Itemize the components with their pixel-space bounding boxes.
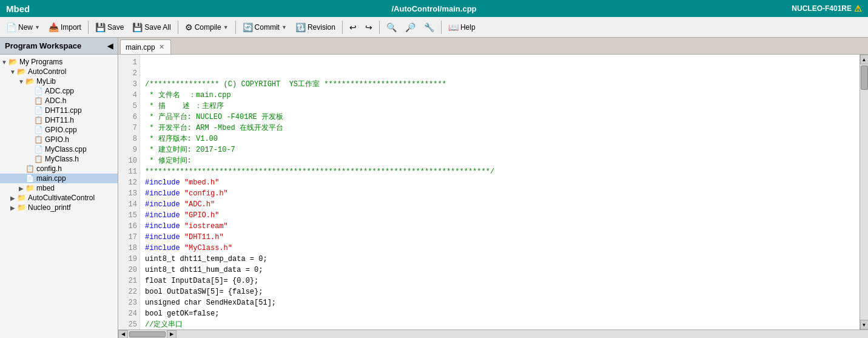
tree-toggle[interactable]: ▶ bbox=[8, 195, 17, 201]
find-button[interactable]: 🔎 bbox=[402, 19, 419, 35]
new-button[interactable]: 📄 New ▼ bbox=[2, 19, 44, 35]
line-numbers: 1234567891011121314151617181920212223242… bbox=[118, 55, 140, 330]
sidebar-collapse-icon[interactable]: ◀ bbox=[107, 42, 113, 50]
tree-label: DHT11.cpp bbox=[45, 106, 82, 115]
tree-item-dht11-h[interactable]: 📋 DHT11.h bbox=[0, 115, 118, 125]
scroll-left-button[interactable]: ◀ bbox=[118, 330, 128, 339]
undo-button[interactable]: ↩ bbox=[346, 19, 360, 35]
scroll-up-button[interactable]: ▲ bbox=[860, 55, 869, 64]
tree-label: ADC.h bbox=[45, 96, 66, 105]
tree-file-icon: 📋 bbox=[34, 96, 43, 105]
tree-item-nucleo-printf[interactable]: ▶ 📁 Nucleo_printf bbox=[0, 203, 118, 212]
tree-item-adc-cpp[interactable]: 📄 ADC.cpp bbox=[0, 86, 118, 96]
commit-button[interactable]: 🔄 Commit ▼ bbox=[239, 19, 291, 35]
tree-file-icon: 📁 bbox=[17, 194, 26, 202]
tree-item-adc-h[interactable]: 📋 ADC.h bbox=[0, 96, 118, 106]
tree-file-icon: 📂 bbox=[17, 67, 26, 76]
tree-item-config-h[interactable]: 📋 config.h bbox=[0, 164, 118, 174]
file-path: /AutoControl/main.cpp bbox=[391, 4, 476, 13]
tree-label: main.cpp bbox=[36, 174, 66, 183]
scroll-thumb-horizontal[interactable] bbox=[129, 331, 166, 337]
horizontal-scrollbar[interactable]: ◀ ▶ bbox=[118, 330, 868, 338]
tree-item-myclass-h[interactable]: 📋 MyClass.h bbox=[0, 154, 118, 164]
line-number: 2 bbox=[118, 68, 137, 79]
vertical-scrollbar[interactable]: ▲ ▼ bbox=[860, 55, 868, 330]
tree-toggle[interactable]: ▼ bbox=[0, 59, 8, 66]
line-number: 4 bbox=[118, 90, 137, 101]
scroll-down-button[interactable]: ▼ bbox=[860, 320, 869, 330]
tree-label: GPIO.cpp bbox=[45, 126, 77, 134]
tabs-bar: main.cpp ✕ bbox=[118, 38, 868, 55]
sep-2 bbox=[178, 21, 178, 34]
save-button[interactable]: 💾 Save bbox=[92, 19, 127, 35]
line-number: 18 bbox=[118, 243, 137, 254]
line-number: 20 bbox=[118, 265, 137, 275]
tree-toggle[interactable]: ▼ bbox=[17, 78, 25, 85]
tree-file-icon: 📄 bbox=[34, 106, 43, 115]
line-number: 22 bbox=[118, 286, 137, 297]
toolbar: 📄 New ▼ 📥 Import 💾 Save 💾 Save All ⚙ Com… bbox=[0, 17, 868, 38]
tree-label: mbed bbox=[36, 184, 55, 192]
sidebar-header: Program Workspace ◀ bbox=[0, 38, 118, 55]
line-number: 10 bbox=[118, 155, 137, 166]
tree-item-myclass-cpp[interactable]: 📄 MyClass.cpp bbox=[0, 144, 118, 154]
sidebar: Program Workspace ◀ ▼ 📂 My Programs ▼ 📂 … bbox=[0, 38, 118, 338]
compile-button[interactable]: ⚙ Compile ▼ bbox=[181, 19, 232, 35]
scroll-right-button[interactable]: ▶ bbox=[167, 330, 177, 339]
tree-file-icon: 📋 bbox=[34, 155, 43, 163]
tab-main-cpp[interactable]: main.cpp ✕ bbox=[120, 39, 171, 54]
tree-item-main-cpp[interactable]: 📄 main.cpp bbox=[0, 174, 118, 183]
line-number: 8 bbox=[118, 134, 137, 144]
line-number: 24 bbox=[118, 308, 137, 319]
tree-label: AutoCultivateControl bbox=[28, 194, 95, 202]
line-number: 7 bbox=[118, 123, 137, 134]
code-line: //定义串口 bbox=[145, 319, 855, 330]
tree-item-autocontrol[interactable]: ▼ 📂 AutoControl bbox=[0, 67, 118, 76]
redo-button[interactable]: ↪ bbox=[362, 19, 376, 35]
tab-close-icon[interactable]: ✕ bbox=[158, 43, 166, 51]
help-button[interactable]: 📖 Help bbox=[445, 19, 479, 35]
save-label: Save bbox=[107, 23, 124, 32]
commit-label: Commit bbox=[255, 23, 280, 32]
tree-label: DHT11.h bbox=[45, 116, 74, 124]
save-all-button[interactable]: 💾 Save All bbox=[129, 19, 174, 35]
tree-toggle[interactable]: ▶ bbox=[8, 204, 17, 211]
find-icon: 🔎 bbox=[405, 22, 415, 32]
tree-file-icon: 📄 bbox=[34, 145, 43, 154]
tree-file-icon: 📄 bbox=[34, 126, 43, 134]
tree-item-gpio-cpp[interactable]: 📄 GPIO.cpp bbox=[0, 125, 118, 135]
tree-item-gpio-h[interactable]: 📋 GPIO.h bbox=[0, 135, 118, 144]
tree-toggle[interactable]: ▶ bbox=[17, 185, 25, 192]
code-editor[interactable]: 1234567891011121314151617181920212223242… bbox=[118, 55, 868, 330]
code-content[interactable]: /**************** (C) COPYRIGHT YS工作室 **… bbox=[140, 55, 860, 330]
sep-4 bbox=[342, 21, 343, 34]
tree-item-mylib[interactable]: ▼ 📂 MyLib bbox=[0, 76, 118, 86]
tree-item-autocultivate[interactable]: ▶ 📁 AutoCultivateControl bbox=[0, 193, 118, 203]
import-label: Import bbox=[61, 23, 81, 32]
tree-label: GPIO.h bbox=[45, 135, 69, 144]
tree-item-my-programs[interactable]: ▼ 📂 My Programs bbox=[0, 57, 118, 67]
main-layout: Program Workspace ◀ ▼ 📂 My Programs ▼ 📂 … bbox=[0, 38, 868, 338]
tree-item-mbed[interactable]: ▶ 📁 mbed bbox=[0, 183, 118, 193]
code-line: * 描 述 ：主程序 bbox=[145, 101, 855, 112]
code-line: * 程序版本: V1.00 bbox=[145, 134, 855, 144]
tree-label: MyClass.h bbox=[45, 155, 79, 163]
import-button[interactable]: 📥 Import bbox=[45, 19, 85, 35]
sep-3 bbox=[235, 21, 236, 34]
tree-toggle[interactable]: ▼ bbox=[8, 69, 17, 75]
line-number: 21 bbox=[118, 275, 137, 286]
search-button[interactable]: 🔍 bbox=[383, 19, 400, 35]
tree-label: AutoControl bbox=[28, 67, 66, 76]
code-line: * 建立时间: 2017-10-7 bbox=[145, 144, 855, 155]
save-icon: 💾 bbox=[95, 22, 106, 32]
help-icon: 📖 bbox=[448, 22, 459, 32]
scroll-thumb-vertical[interactable] bbox=[861, 66, 868, 90]
tree-item-dht11-cpp[interactable]: 📄 DHT11.cpp bbox=[0, 106, 118, 115]
line-number: 1 bbox=[118, 57, 137, 68]
line-number: 13 bbox=[118, 188, 137, 199]
settings-button[interactable]: 🔧 bbox=[420, 19, 438, 35]
code-line: #include "iostream" bbox=[145, 221, 855, 232]
compile-label: Compile bbox=[195, 23, 221, 32]
revision-button[interactable]: 🔃 Revision bbox=[292, 19, 339, 35]
line-number: 17 bbox=[118, 232, 137, 243]
